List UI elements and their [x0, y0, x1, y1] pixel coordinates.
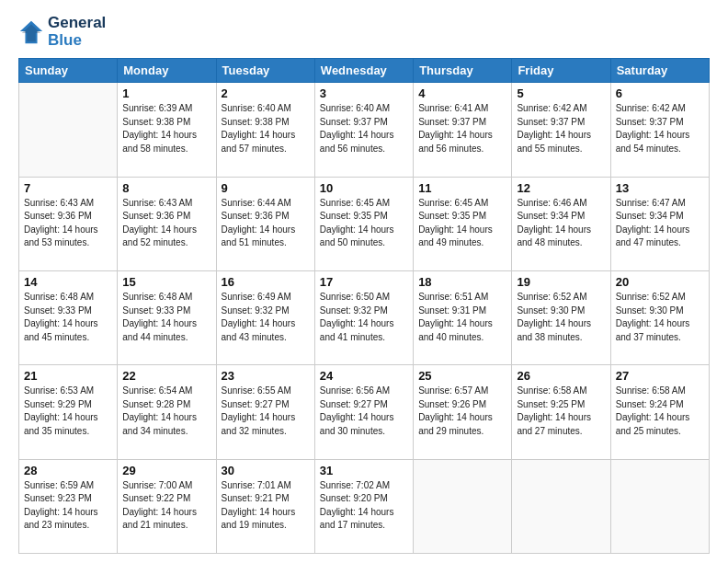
day-number: 13 — [616, 181, 704, 195]
day-number: 17 — [320, 275, 408, 289]
table-row: 19 Sunrise: 6:52 AMSunset: 9:30 PMDaylig… — [512, 271, 610, 365]
calendar-week-row: 28 Sunrise: 6:59 AMSunset: 9:23 PMDaylig… — [19, 459, 710, 553]
day-number: 3 — [320, 86, 408, 100]
calendar-header-row: Sunday Monday Tuesday Wednesday Thursday… — [19, 59, 710, 83]
cell-info: Sunrise: 6:40 AMSunset: 9:37 PMDaylight:… — [320, 103, 394, 154]
col-tuesday: Tuesday — [216, 59, 314, 83]
table-row: 14 Sunrise: 6:48 AMSunset: 9:33 PMDaylig… — [19, 271, 118, 365]
cell-info: Sunrise: 6:45 AMSunset: 9:35 PMDaylight:… — [418, 198, 493, 248]
table-row: 12 Sunrise: 6:46 AMSunset: 9:34 PMDaylig… — [512, 177, 610, 270]
day-number: 27 — [616, 369, 704, 383]
table-row — [610, 459, 709, 553]
table-row: 4 Sunrise: 6:41 AMSunset: 9:37 PMDayligh… — [414, 83, 512, 177]
table-row: 1 Sunrise: 6:39 AMSunset: 9:38 PMDayligh… — [118, 83, 216, 177]
table-row: 3 Sunrise: 6:40 AMSunset: 9:37 PMDayligh… — [314, 83, 413, 177]
cell-info: Sunrise: 6:48 AMSunset: 9:33 PMDaylight:… — [122, 292, 197, 342]
calendar-week-row: 14 Sunrise: 6:48 AMSunset: 9:33 PMDaylig… — [19, 271, 710, 365]
cell-info: Sunrise: 7:01 AMSunset: 9:21 PMDaylight:… — [222, 480, 296, 531]
logo-text-blue: Blue — [48, 32, 106, 50]
day-number: 1 — [122, 86, 210, 100]
table-row: 22 Sunrise: 6:54 AMSunset: 9:28 PMDaylig… — [118, 365, 216, 459]
table-row — [19, 83, 118, 177]
col-sunday: Sunday — [19, 59, 118, 83]
calendar-week-row: 1 Sunrise: 6:39 AMSunset: 9:38 PMDayligh… — [19, 83, 710, 177]
day-number: 10 — [320, 181, 408, 195]
day-number: 19 — [517, 275, 605, 289]
cell-info: Sunrise: 6:55 AMSunset: 9:27 PMDaylight:… — [222, 385, 296, 436]
table-row: 11 Sunrise: 6:45 AMSunset: 9:35 PMDaylig… — [414, 177, 512, 270]
table-row: 31 Sunrise: 7:02 AMSunset: 9:20 PMDaylig… — [314, 459, 413, 553]
table-row: 17 Sunrise: 6:50 AMSunset: 9:32 PMDaylig… — [314, 271, 413, 365]
day-number: 25 — [418, 369, 506, 383]
table-row: 9 Sunrise: 6:44 AMSunset: 9:36 PMDayligh… — [216, 177, 314, 270]
page: General Blue Sunday Monday Tuesday Wedne… — [0, 0, 728, 563]
table-row: 28 Sunrise: 6:59 AMSunset: 9:23 PMDaylig… — [19, 459, 118, 553]
day-number: 30 — [222, 464, 310, 477]
cell-info: Sunrise: 6:45 AMSunset: 9:35 PMDaylight:… — [320, 198, 394, 248]
cell-info: Sunrise: 6:43 AMSunset: 9:36 PMDaylight:… — [122, 198, 197, 248]
day-number: 12 — [517, 181, 605, 195]
calendar-table: Sunday Monday Tuesday Wednesday Thursday… — [18, 58, 710, 554]
table-row: 7 Sunrise: 6:43 AMSunset: 9:36 PMDayligh… — [19, 177, 118, 270]
cell-info: Sunrise: 6:54 AMSunset: 9:28 PMDaylight:… — [122, 385, 197, 436]
cell-info: Sunrise: 6:58 AMSunset: 9:24 PMDaylight:… — [616, 385, 690, 436]
table-row: 29 Sunrise: 7:00 AMSunset: 9:22 PMDaylig… — [118, 459, 216, 553]
cell-info: Sunrise: 6:58 AMSunset: 9:25 PMDaylight:… — [517, 385, 591, 436]
header: General Blue — [18, 15, 710, 49]
table-row: 23 Sunrise: 6:55 AMSunset: 9:27 PMDaylig… — [216, 365, 314, 459]
table-row: 2 Sunrise: 6:40 AMSunset: 9:38 PMDayligh… — [216, 83, 314, 177]
cell-info: Sunrise: 6:57 AMSunset: 9:26 PMDaylight:… — [418, 385, 493, 436]
day-number: 20 — [616, 275, 704, 289]
day-number: 15 — [122, 275, 210, 289]
day-number: 22 — [122, 369, 210, 383]
col-friday: Friday — [512, 59, 610, 83]
cell-info: Sunrise: 6:52 AMSunset: 9:30 PMDaylight:… — [616, 292, 690, 342]
cell-info: Sunrise: 6:48 AMSunset: 9:33 PMDaylight:… — [24, 292, 98, 342]
day-number: 26 — [517, 369, 605, 383]
table-row: 10 Sunrise: 6:45 AMSunset: 9:35 PMDaylig… — [314, 177, 413, 270]
cell-info: Sunrise: 6:39 AMSunset: 9:38 PMDaylight:… — [122, 103, 197, 154]
cell-info: Sunrise: 6:41 AMSunset: 9:37 PMDaylight:… — [418, 103, 493, 154]
table-row: 27 Sunrise: 6:58 AMSunset: 9:24 PMDaylig… — [610, 365, 709, 459]
cell-info: Sunrise: 6:52 AMSunset: 9:30 PMDaylight:… — [517, 292, 591, 342]
svg-marker-1 — [22, 24, 41, 41]
day-number: 11 — [418, 181, 506, 195]
cell-info: Sunrise: 6:49 AMSunset: 9:32 PMDaylight:… — [222, 292, 296, 342]
col-saturday: Saturday — [610, 59, 709, 83]
table-row — [414, 459, 512, 553]
cell-info: Sunrise: 6:42 AMSunset: 9:37 PMDaylight:… — [616, 103, 690, 154]
logo-icon — [18, 19, 44, 45]
cell-info: Sunrise: 6:59 AMSunset: 9:23 PMDaylight:… — [24, 480, 98, 531]
day-number: 24 — [320, 369, 408, 383]
table-row — [512, 459, 610, 553]
day-number: 28 — [24, 464, 112, 477]
cell-info: Sunrise: 6:53 AMSunset: 9:29 PMDaylight:… — [24, 385, 98, 436]
day-number: 18 — [418, 275, 506, 289]
table-row: 13 Sunrise: 6:47 AMSunset: 9:34 PMDaylig… — [610, 177, 709, 270]
cell-info: Sunrise: 6:47 AMSunset: 9:34 PMDaylight:… — [616, 198, 690, 248]
logo-text-general: General — [48, 15, 106, 32]
day-number: 23 — [222, 369, 310, 383]
table-row: 30 Sunrise: 7:01 AMSunset: 9:21 PMDaylig… — [216, 459, 314, 553]
table-row: 20 Sunrise: 6:52 AMSunset: 9:30 PMDaylig… — [610, 271, 709, 365]
col-thursday: Thursday — [414, 59, 512, 83]
day-number: 29 — [122, 464, 210, 477]
calendar-week-row: 21 Sunrise: 6:53 AMSunset: 9:29 PMDaylig… — [19, 365, 710, 459]
day-number: 9 — [222, 181, 310, 195]
cell-info: Sunrise: 6:46 AMSunset: 9:34 PMDaylight:… — [517, 198, 591, 248]
cell-info: Sunrise: 7:02 AMSunset: 9:20 PMDaylight:… — [320, 480, 394, 531]
logo: General Blue — [18, 15, 106, 49]
day-number: 16 — [222, 275, 310, 289]
cell-info: Sunrise: 6:44 AMSunset: 9:36 PMDaylight:… — [222, 198, 296, 248]
cell-info: Sunrise: 6:50 AMSunset: 9:32 PMDaylight:… — [320, 292, 394, 342]
day-number: 31 — [320, 464, 408, 477]
day-number: 2 — [222, 86, 310, 100]
table-row: 8 Sunrise: 6:43 AMSunset: 9:36 PMDayligh… — [118, 177, 216, 270]
table-row: 6 Sunrise: 6:42 AMSunset: 9:37 PMDayligh… — [610, 83, 709, 177]
day-number: 14 — [24, 275, 112, 289]
calendar-week-row: 7 Sunrise: 6:43 AMSunset: 9:36 PMDayligh… — [19, 177, 710, 270]
table-row: 18 Sunrise: 6:51 AMSunset: 9:31 PMDaylig… — [414, 271, 512, 365]
day-number: 7 — [24, 181, 112, 195]
table-row: 26 Sunrise: 6:58 AMSunset: 9:25 PMDaylig… — [512, 365, 610, 459]
day-number: 21 — [24, 369, 112, 383]
